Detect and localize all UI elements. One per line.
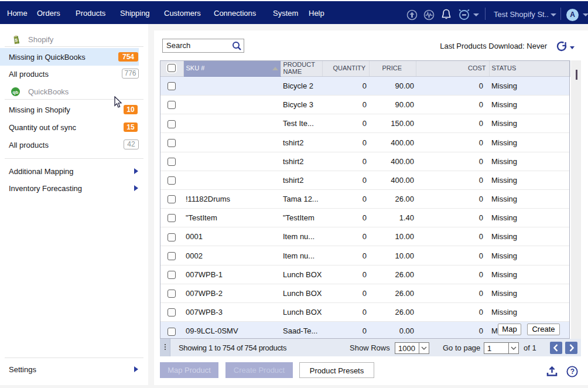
svg-text:S: S — [15, 38, 18, 43]
svg-text:qb: qb — [13, 90, 19, 95]
svg-text:?: ? — [570, 367, 575, 376]
